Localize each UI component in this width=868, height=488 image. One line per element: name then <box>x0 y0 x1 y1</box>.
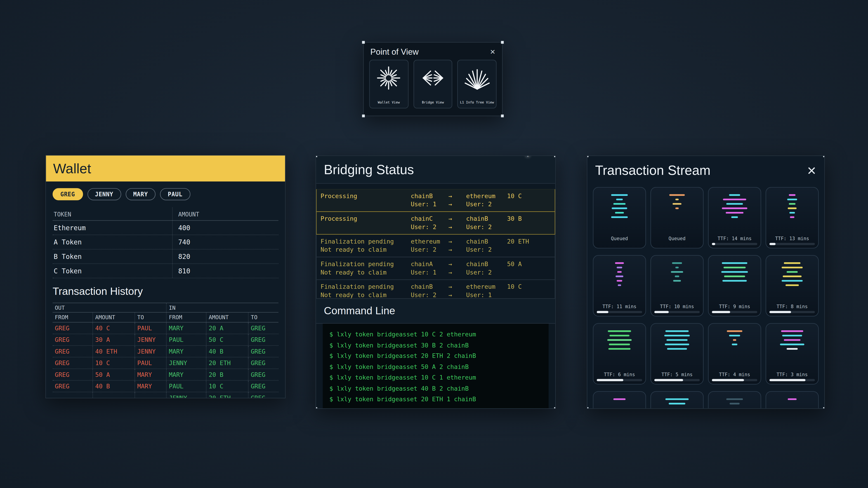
resize-handle[interactable] <box>823 156 825 157</box>
resize-handle[interactable] <box>315 407 317 409</box>
bar <box>789 203 796 205</box>
resize-handle[interactable] <box>587 407 588 409</box>
resize-handle[interactable] <box>362 41 365 43</box>
progress-track <box>770 311 815 313</box>
token-row: Ethereum400 <box>53 221 278 235</box>
resize-handle[interactable] <box>315 156 317 157</box>
history-in-cell: GREG <box>248 357 280 368</box>
bar <box>669 403 685 404</box>
sparkle-icon: ✦ <box>525 156 530 159</box>
transaction-card[interactable]: TTF: 6 mins <box>593 323 646 385</box>
bridging-amount: 20 ETH <box>507 237 555 254</box>
bridging-from: chainBUser: 2 <box>411 283 448 298</box>
transaction-card[interactable]: TTF: 14 mins <box>708 187 761 249</box>
transaction-card[interactable]: TTF: 9 mins <box>708 255 761 317</box>
transaction-card[interactable]: Queued <box>593 187 646 249</box>
transaction-card[interactable]: Queued <box>651 187 704 249</box>
terminal-line: $ lxly token bridgeasset 40 B 2 chainB <box>329 383 542 394</box>
transaction-card[interactable]: TTF: 11 mins <box>593 255 646 317</box>
transaction-card[interactable] <box>651 391 704 408</box>
stream-header: Transaction Stream ✕ <box>587 156 824 178</box>
history-row: GREG40 CPAULMARY20 AGREG <box>53 323 278 334</box>
wallet-tab-paul[interactable]: PAUL <box>160 188 190 200</box>
history-out-cell: MARY <box>134 381 166 392</box>
arrow-icon: →→ <box>448 192 466 208</box>
bar <box>665 398 689 400</box>
status-line: Finalization pending <box>320 283 411 291</box>
history-in-cell: GREG <box>248 392 280 398</box>
stream-cards: QueuedQueuedTTF: 14 minsTTF: 13 minsTTF:… <box>593 187 819 409</box>
transaction-card[interactable] <box>766 391 819 408</box>
progress-fill <box>770 311 791 313</box>
history-out-cell <box>92 392 134 398</box>
progress-track <box>770 379 815 381</box>
history-out-cell: 40 ETH <box>92 346 134 357</box>
wallet-view-button[interactable]: Wallet View <box>369 60 408 108</box>
chain-from: ethereum <box>411 237 448 246</box>
wallet-panel: Wallet GREGJENNYMARYPAUL TOKEN AMOUNT Et… <box>45 155 286 398</box>
arrow-glyph: → <box>448 237 466 246</box>
transaction-bars <box>651 256 703 282</box>
transaction-card[interactable]: TTF: 3 mins <box>766 323 819 385</box>
wallet-tab-greg[interactable]: GREG <box>53 188 83 200</box>
transaction-card[interactable] <box>593 391 646 408</box>
resize-handle[interactable] <box>823 407 825 409</box>
user-from: User: 1 <box>411 200 448 209</box>
bridging-to: chainBUser: 2 <box>466 215 507 231</box>
wallet-tab-jenny[interactable]: JENNY <box>87 188 121 200</box>
history-row: GREG10 CPAULJENNY20 ETHGREG <box>53 357 278 369</box>
resize-handle[interactable] <box>587 156 588 157</box>
resize-handle[interactable] <box>501 115 504 117</box>
wallet-header: Wallet <box>46 156 285 182</box>
chain-to: chainB <box>466 215 507 223</box>
terminal-line: $ lxly token bridgeasset 30 B 2 chainB <box>329 340 542 351</box>
bar <box>782 267 803 268</box>
bar <box>675 199 679 200</box>
bar <box>672 262 682 264</box>
arrow-glyph: → <box>448 215 466 223</box>
terminal[interactable]: $ lxly token bridgeasset 10 C 2 ethereum… <box>323 324 549 409</box>
l1-info-tree-view-button[interactable]: L1 Info Tree View <box>458 60 497 108</box>
arrow-glyph: → <box>448 291 466 298</box>
chain-to: chainB <box>466 237 507 246</box>
history-in-cell: MARY <box>166 369 206 380</box>
transaction-stream-panel: Transaction Stream ✕ QueuedQueuedTTF: 14… <box>587 156 825 409</box>
transaction-card[interactable]: TTF: 8 mins <box>766 255 819 317</box>
bar <box>785 285 799 286</box>
history-out-cell: PAUL <box>134 357 166 368</box>
bar <box>673 280 681 282</box>
status-line-2: Not ready to claim <box>320 268 411 277</box>
close-icon[interactable]: ✕ <box>807 165 816 176</box>
transaction-card[interactable] <box>708 391 761 408</box>
transaction-bars <box>593 256 645 286</box>
bridging-amount: 10 C <box>507 192 555 208</box>
bar <box>780 344 804 345</box>
history-out-cell: JENNY <box>134 334 166 345</box>
resize-handle[interactable] <box>554 407 556 409</box>
resize-handle[interactable] <box>362 115 365 117</box>
history-out-cell: 10 C <box>92 357 134 368</box>
bar <box>675 275 679 277</box>
bridging-row: ProcessingchainBUser: 1→→ethereumUser: 2… <box>316 189 555 212</box>
bar <box>724 275 745 277</box>
bridge-view-button[interactable]: Bridge View <box>413 60 453 108</box>
wallet-tab-mary[interactable]: MARY <box>125 188 156 200</box>
bridging-row: Finalization pendingNot ready to claimch… <box>316 257 555 280</box>
transaction-card[interactable]: TTF: 10 mins <box>651 255 704 317</box>
resize-handle[interactable] <box>501 41 504 43</box>
transaction-bars <box>766 392 818 400</box>
wallet-title: Wallet <box>53 160 91 176</box>
close-icon[interactable]: ✕ <box>490 48 495 56</box>
chain-to: ethereum <box>466 192 507 200</box>
bar <box>615 262 624 264</box>
bridging-row: Finalization pendingNot ready to claimet… <box>316 234 555 257</box>
resize-handle[interactable] <box>554 156 556 157</box>
card-label: TTF: 14 mins <box>709 236 761 241</box>
arrow-glyph: → <box>448 283 466 291</box>
transaction-card[interactable]: TTF: 5 mins <box>651 323 704 385</box>
transaction-card[interactable]: TTF: 4 mins <box>708 323 761 385</box>
token-name: A Token <box>53 235 172 249</box>
terminal-line: $ lxly token bridgeasset 10 C 2 ethereum <box>329 329 542 340</box>
transaction-card[interactable]: TTF: 13 mins <box>766 187 819 249</box>
bridging-title: Bridging Status <box>324 162 414 177</box>
